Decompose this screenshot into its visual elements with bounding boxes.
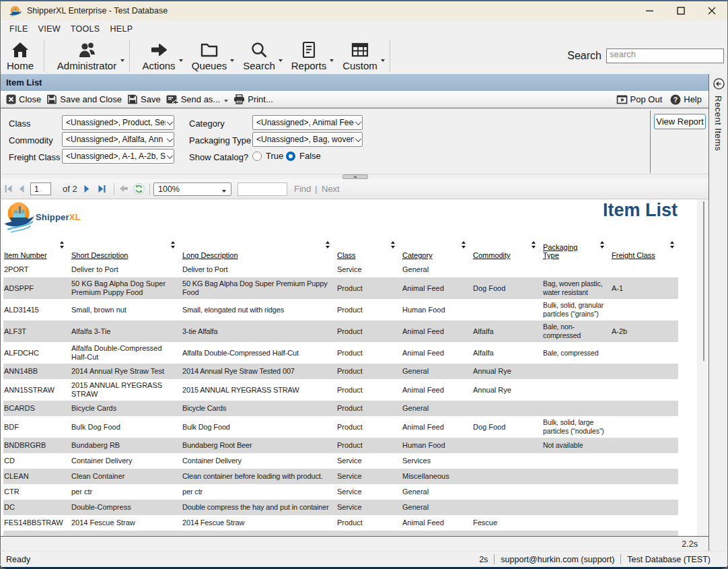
commodity-filter-select[interactable]: <Unassigned>, Alfalfa, Ann (62, 132, 174, 147)
sort-arrows-icon[interactable] (60, 241, 64, 248)
table-cell (608, 299, 678, 321)
save-and-close-button[interactable]: Save and Close (46, 94, 122, 104)
next-page-icon (83, 185, 90, 193)
toolbar-button-home[interactable]: Home (1, 38, 40, 74)
sort-arrows-icon[interactable] (391, 241, 395, 248)
table-cell: Alfalfa Double-Compressed Half-Cut (68, 342, 179, 364)
table-cell: Not available (540, 438, 608, 453)
search-label: Search (567, 50, 602, 62)
scrollbar-thumb[interactable] (703, 201, 704, 361)
column-header-label[interactable]: Short Description (71, 251, 128, 259)
report-vertical-scrollbar[interactable] (697, 199, 708, 537)
find-text-input[interactable] (238, 182, 287, 196)
toolbar-button-reports[interactable]: Reports (283, 38, 334, 74)
close-window-button[interactable] (696, 1, 727, 20)
toolbar-button-administrator[interactable]: Administrator (48, 38, 125, 74)
status-separator (494, 554, 495, 564)
table-cell (470, 484, 540, 500)
maximize-icon (677, 7, 685, 15)
dropdown-caret-icon[interactable] (279, 53, 283, 65)
splitter-bar[interactable] (0, 174, 708, 179)
column-header-long-description[interactable]: Long Description (179, 240, 334, 262)
category-filter-select[interactable]: <Unassigned>, Animal Feed (252, 115, 363, 130)
toolbar-search: Search (567, 38, 727, 74)
caret-glyph (179, 59, 183, 62)
sort-arrows-icon[interactable] (326, 241, 330, 248)
back-button[interactable] (119, 185, 129, 193)
dropdown-caret-icon[interactable] (381, 53, 385, 65)
sort-arrows-icon[interactable] (171, 241, 175, 248)
dropdown-caret-icon[interactable] (330, 53, 334, 65)
find-button[interactable]: Find (294, 184, 311, 194)
next-button[interactable]: Next (322, 184, 340, 194)
column-header-packaging-type[interactable]: Packaging Type (540, 240, 608, 262)
sort-arrows-icon[interactable] (600, 241, 604, 248)
zoom-select[interactable]: 100% (153, 182, 231, 196)
save-icon (127, 94, 138, 104)
refresh-button[interactable] (133, 183, 145, 195)
table-cell: Product (334, 416, 399, 438)
last-page-button[interactable] (98, 185, 106, 193)
chevron-down-icon (354, 116, 362, 129)
show-catalog-true-option[interactable]: True (252, 151, 283, 161)
dropdown-caret-icon[interactable] (230, 53, 234, 65)
column-header-label[interactable]: Category (402, 251, 433, 259)
freight-class-filter-select[interactable]: <Unassigned>, A-1, A-2b, S (62, 149, 174, 164)
column-header-label[interactable]: Commodity (473, 251, 511, 259)
splitter-grip-icon[interactable] (342, 174, 368, 179)
sort-arrows-icon[interactable] (532, 241, 536, 248)
sort-arrows-icon[interactable] (462, 241, 466, 248)
table-cell (608, 342, 678, 364)
print-button[interactable]: Print... (233, 94, 273, 104)
column-header-class[interactable]: Class (334, 240, 399, 262)
column-header-commodity[interactable]: Commodity (470, 240, 540, 262)
toolbar-button-search[interactable]: Search (235, 38, 283, 74)
toolbar-button-actions[interactable]: Actions (134, 38, 184, 74)
send-as-button[interactable]: Send as... (166, 94, 229, 104)
show-catalog-false-option[interactable]: False (286, 151, 321, 161)
packaging-type-filter-select[interactable]: <Unassigned>, Bag, woven (252, 132, 363, 147)
column-header-label[interactable]: Class (337, 251, 356, 259)
minimize-icon (646, 7, 654, 15)
previous-page-button[interactable] (18, 185, 25, 193)
table-cell: BCARDS (3, 401, 68, 416)
table-cell: 3-tie Alfalfa (179, 321, 334, 342)
close-button[interactable]: Close (6, 94, 41, 104)
first-page-button[interactable] (4, 185, 13, 193)
search-input[interactable] (606, 48, 724, 63)
next-page-button[interactable] (83, 185, 90, 193)
pop-out-button[interactable]: Pop Out (616, 94, 663, 104)
column-header-label[interactable]: Long Description (182, 251, 238, 259)
chevron-down-icon (166, 133, 174, 146)
column-header-category[interactable]: Category (399, 240, 470, 262)
sort-arrows-icon[interactable] (670, 241, 674, 248)
dropdown-caret-icon[interactable] (120, 53, 124, 65)
toolbar-button-custom[interactable]: Custom (334, 38, 386, 74)
help-button[interactable]: ?Help (670, 94, 702, 105)
view-report-button[interactable]: View Report (654, 114, 706, 129)
table-cell: A-2b (608, 321, 678, 342)
class-filter-select[interactable]: <Unassigned>, Product, Ser (62, 115, 174, 130)
collapse-arrow-icon[interactable] (713, 78, 725, 90)
minimize-button[interactable] (634, 1, 665, 20)
column-header-short-description[interactable]: Short Description (68, 240, 179, 262)
recent-items-panel[interactable]: Recent Items (708, 74, 728, 551)
column-header-label[interactable]: Freight Class (612, 251, 655, 259)
column-header-label[interactable]: Item Number (4, 251, 47, 259)
page-number-input[interactable]: 1 (30, 182, 51, 195)
column-header-item-number[interactable]: Item Number (3, 240, 68, 262)
menu-item-file[interactable]: FILE (9, 24, 28, 34)
maximize-button[interactable] (665, 1, 696, 20)
table-cell: Animal Feed (399, 277, 470, 299)
column-header-freight-class[interactable]: Freight Class (608, 240, 678, 262)
table-cell (470, 401, 540, 416)
menu-item-tools[interactable]: TOOLS (71, 24, 100, 34)
dropdown-caret-icon[interactable] (224, 94, 228, 104)
menu-item-help[interactable]: HELP (110, 24, 133, 34)
menu-item-view[interactable]: VIEW (38, 24, 61, 34)
toolbar-button-queues[interactable]: Queues (184, 38, 235, 74)
save-button[interactable]: Save (127, 94, 161, 104)
dropdown-caret-icon[interactable] (179, 53, 183, 65)
column-header-label[interactable]: Packaging Type (543, 243, 582, 259)
table-cell: Annual Rye (470, 364, 540, 379)
